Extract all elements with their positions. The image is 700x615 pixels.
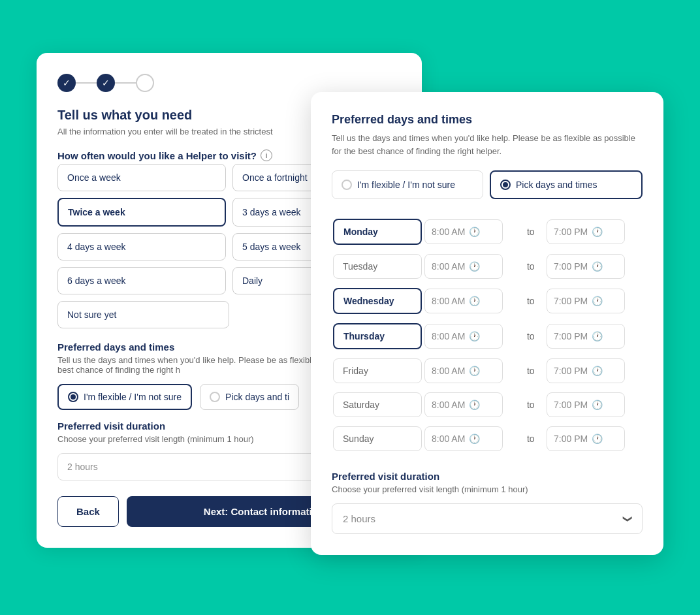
time-from-tuesday[interactable]: 8:00 AM 🕐 (424, 254, 503, 279)
freq-once-week[interactable]: Once a week (57, 164, 226, 191)
clock-icon: 🕐 (592, 296, 603, 306)
day-row: Sunday 8:00 AM 🕐 to 7:00 PM 🕐 (332, 424, 643, 454)
day-btn-friday[interactable]: Friday (333, 358, 422, 383)
front-pick-days-dot (500, 180, 511, 190)
front-duration-label: Preferred visit duration (332, 471, 643, 482)
to-label: to (522, 400, 540, 410)
freq-not-sure[interactable]: Not sure yet (57, 301, 229, 328)
freq-4days[interactable]: 4 days a week (57, 233, 226, 260)
page-wrapper: ✓ ✓ Tell us what you need All the inform… (37, 53, 663, 562)
time-from-sunday[interactable]: 8:00 AM 🕐 (424, 426, 503, 451)
step-1: ✓ (57, 74, 76, 92)
to-label: to (522, 296, 540, 306)
info-icon[interactable]: i (261, 150, 272, 161)
day-row: Saturday 8:00 AM 🕐 to 7:00 PM 🕐 (332, 390, 643, 420)
day-row: Wednesday 8:00 AM 🕐 to 7:00 PM 🕐 (332, 285, 643, 317)
time-to-monday[interactable]: 7:00 PM 🕐 (547, 219, 625, 244)
clock-icon: 🕐 (469, 331, 480, 341)
clock-icon: 🕐 (469, 366, 480, 376)
to-label: to (522, 227, 540, 237)
front-pick-days-option[interactable]: Pick days and times (490, 170, 643, 199)
clock-icon: 🕐 (469, 261, 480, 272)
days-table: Monday 8:00 AM 🕐 to 7:00 PM 🕐 Tuesday (332, 212, 643, 458)
day-row: Thursday 8:00 AM 🕐 to 7:00 PM 🕐 (332, 321, 643, 352)
step-2: ✓ (97, 74, 115, 92)
day-btn-monday[interactable]: Monday (333, 219, 422, 245)
time-from-wednesday[interactable]: 8:00 AM 🕐 (424, 289, 503, 313)
time-to-thursday[interactable]: 7:00 PM 🕐 (547, 324, 625, 349)
clock-icon: 🕐 (592, 366, 603, 376)
back-button[interactable]: Back (57, 496, 119, 527)
time-from-monday[interactable]: 8:00 AM 🕐 (424, 219, 503, 244)
front-flexible-dot (342, 180, 352, 190)
time-to-sunday[interactable]: 7:00 PM 🕐 (547, 426, 625, 451)
time-to-saturday[interactable]: 7:00 PM 🕐 (547, 392, 625, 417)
clock-icon: 🕐 (469, 434, 480, 444)
freq-twice-week[interactable]: Twice a week (57, 198, 226, 227)
step-line-1 (76, 82, 97, 84)
clock-icon: 🕐 (592, 227, 603, 237)
back-flexible-dot (68, 392, 78, 402)
step-3 (136, 74, 154, 92)
back-pick-days-option[interactable]: Pick days and ti (200, 384, 299, 410)
day-btn-saturday[interactable]: Saturday (333, 392, 422, 417)
to-label: to (522, 434, 540, 444)
freq-6days[interactable]: 6 days a week (57, 267, 226, 294)
front-duration-wrapper: 2 hours (332, 503, 643, 534)
clock-icon: 🕐 (592, 434, 603, 444)
day-btn-sunday[interactable]: Sunday (333, 426, 422, 451)
front-duration-select[interactable]: 2 hours (332, 503, 643, 534)
time-to-wednesday[interactable]: 7:00 PM 🕐 (547, 289, 625, 313)
time-from-friday[interactable]: 8:00 AM 🕐 (424, 358, 503, 383)
back-flexible-option[interactable]: I'm flexible / I'm not sure (57, 384, 192, 410)
back-pick-days-dot (210, 392, 220, 402)
clock-icon: 🕐 (469, 296, 480, 306)
time-to-tuesday[interactable]: 7:00 PM 🕐 (547, 254, 625, 279)
day-row: Monday 8:00 AM 🕐 to 7:00 PM 🕐 (332, 216, 643, 247)
front-card-subtitle: Tell us the days and times when you'd li… (332, 132, 643, 157)
time-to-friday[interactable]: 7:00 PM 🕐 (547, 358, 625, 383)
clock-icon: 🕐 (469, 227, 480, 237)
to-label: to (522, 331, 540, 341)
to-label: to (522, 261, 540, 272)
steps: ✓ ✓ (57, 74, 401, 92)
clock-icon: 🕐 (469, 400, 480, 410)
clock-icon: 🕐 (592, 331, 603, 341)
front-duration-desc: Choose your preferred visit length (mini… (332, 484, 643, 494)
time-from-thursday[interactable]: 8:00 AM 🕐 (424, 324, 503, 349)
time-from-saturday[interactable]: 8:00 AM 🕐 (424, 392, 503, 417)
step-line-2 (115, 82, 136, 84)
day-btn-wednesday[interactable]: Wednesday (333, 288, 422, 314)
day-btn-tuesday[interactable]: Tuesday (333, 254, 422, 279)
clock-icon: 🕐 (592, 400, 603, 410)
day-btn-thursday[interactable]: Thursday (333, 323, 422, 349)
front-card: Preferred days and times Tell us the day… (311, 92, 663, 555)
to-label: to (522, 366, 540, 376)
front-radio-group: I'm flexible / I'm not sure Pick days an… (332, 170, 643, 199)
day-row: Friday 8:00 AM 🕐 to 7:00 PM 🕐 (332, 356, 643, 386)
front-flexible-option[interactable]: I'm flexible / I'm not sure (332, 170, 483, 199)
front-card-title: Preferred days and times (332, 113, 643, 127)
clock-icon: 🕐 (592, 261, 603, 272)
day-row: Tuesday 8:00 AM 🕐 to 7:00 PM 🕐 (332, 251, 643, 281)
